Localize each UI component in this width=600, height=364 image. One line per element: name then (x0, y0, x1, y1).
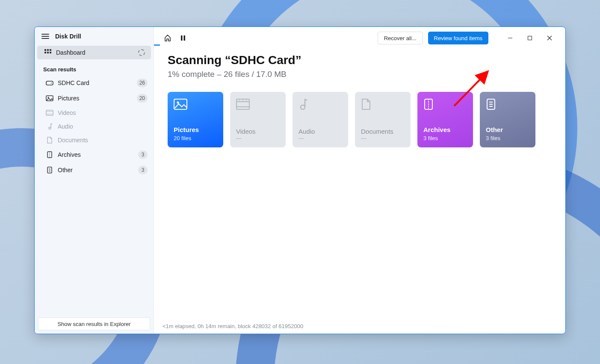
sidebar-item-audio[interactable]: Audio (35, 120, 154, 133)
card-count: — (236, 135, 280, 141)
svg-rect-10 (46, 110, 53, 115)
card-label: Other (486, 126, 529, 133)
card-label: Audio (299, 128, 342, 135)
card-label: Videos (236, 128, 280, 135)
card-archives[interactable]: Archives 3 files (417, 92, 473, 147)
count-badge: 26 (137, 79, 148, 87)
minimize-button[interactable] (500, 32, 520, 44)
sidebar-item-label: SDHC Card (58, 79, 137, 86)
svg-point-7 (51, 83, 52, 84)
scan-subtitle: 1% complete – 26 files / 17.0 MB (168, 70, 552, 79)
svg-rect-5 (50, 52, 51, 53)
status-bar: <1m elapsed, 0h 14m remain, block 428032… (154, 318, 565, 334)
pictures-icon (174, 98, 217, 111)
menu-icon[interactable] (41, 34, 49, 39)
sidebar-results-list: SDHC Card 26 Pictures 20 Videos (35, 75, 154, 178)
svg-rect-6 (46, 81, 53, 85)
sidebar-item-label: Other (58, 167, 138, 173)
card-pictures[interactable]: Pictures 20 files (168, 92, 223, 147)
dashboard-label: Dashboard (56, 49, 138, 56)
sidebar-item-label: Archives (58, 151, 138, 158)
show-in-explorer-button[interactable]: Show scan results in Explorer (38, 317, 150, 330)
svg-rect-26 (174, 99, 187, 109)
svg-rect-4 (47, 52, 49, 53)
sidebar-item-sdhc-card[interactable]: SDHC Card 26 (35, 75, 154, 91)
card-documents[interactable]: Documents — (355, 92, 411, 147)
svg-point-27 (177, 102, 179, 104)
sidebar-item-label: Videos (58, 109, 148, 116)
dashboard-icon (43, 49, 53, 56)
status-text: <1m elapsed, 0h 14m remain, block 428032… (163, 323, 303, 329)
svg-point-13 (49, 127, 51, 129)
scan-progress-indicator (154, 44, 160, 46)
window-controls (500, 32, 559, 44)
sidebar-header: Disk Drill (35, 27, 154, 44)
sidebar-item-other[interactable]: Other 3 (35, 162, 154, 178)
sidebar-item-label: Documents (58, 137, 148, 144)
card-count: 20 files (174, 135, 217, 141)
drive-icon (45, 80, 54, 86)
documents-icon (45, 137, 54, 144)
sidebar-item-dashboard[interactable]: Dashboard (37, 46, 151, 59)
card-count: 3 files (486, 135, 529, 141)
sidebar-item-label: Pictures (58, 95, 137, 102)
card-videos[interactable]: Videos — (230, 92, 286, 147)
videos-icon (45, 110, 54, 116)
sidebar-item-documents[interactable]: Documents (35, 133, 154, 147)
app-title: Disk Drill (55, 33, 81, 40)
archives-icon (45, 151, 54, 158)
sidebar: Disk Drill Dashboard Scan results SDHC C… (35, 27, 154, 334)
archives-icon (423, 98, 467, 111)
count-badge: 3 (138, 166, 148, 174)
card-label: Pictures (174, 126, 217, 133)
sidebar-item-pictures[interactable]: Pictures 20 (35, 91, 154, 106)
sidebar-item-label: Audio (58, 123, 148, 130)
card-other[interactable]: Other 3 files (480, 92, 535, 147)
sidebar-item-archives[interactable]: Archives 3 (35, 147, 154, 162)
svg-rect-21 (184, 35, 186, 41)
videos-icon (236, 98, 280, 111)
maximize-button[interactable] (520, 32, 540, 44)
close-button[interactable] (540, 32, 559, 44)
audio-icon (45, 123, 54, 130)
scan-title: Scanning “SDHC Card” (168, 53, 552, 67)
sidebar-section-title: Scan results (35, 61, 154, 75)
category-cards: Pictures 20 files Videos — Audio — (168, 92, 552, 147)
card-audio[interactable]: Audio — (293, 92, 348, 147)
count-badge: 3 (138, 150, 148, 159)
svg-rect-1 (47, 49, 49, 51)
svg-rect-0 (44, 49, 46, 51)
content: Scanning “SDHC Card” 1% complete – 26 fi… (154, 49, 565, 318)
pause-button[interactable] (178, 33, 188, 43)
loading-spinner-icon (138, 49, 145, 56)
card-count: — (361, 135, 405, 141)
svg-rect-23 (528, 36, 532, 40)
documents-icon (361, 98, 405, 111)
audio-icon (299, 98, 342, 111)
sidebar-item-videos[interactable]: Videos (35, 106, 154, 120)
review-found-items-button[interactable]: Review found items (428, 32, 488, 44)
card-label: Archives (423, 126, 467, 133)
svg-rect-20 (181, 35, 183, 41)
main-pane: Recover all... Review found items Scanni… (154, 27, 565, 334)
other-icon (486, 98, 529, 111)
card-label: Documents (361, 128, 405, 135)
sidebar-footer: Show scan results in Explorer (35, 314, 154, 334)
disk-drill-window: Disk Drill Dashboard Scan results SDHC C… (34, 26, 566, 334)
recover-all-button[interactable]: Recover all... (378, 32, 423, 44)
card-count: 3 files (423, 135, 467, 141)
svg-point-34 (301, 105, 305, 109)
pictures-icon (45, 95, 54, 101)
home-button[interactable] (163, 33, 173, 43)
other-icon (45, 167, 54, 173)
card-count: — (299, 135, 342, 141)
svg-rect-2 (50, 49, 51, 51)
toolbar: Recover all... Review found items (154, 27, 565, 49)
count-badge: 20 (137, 94, 148, 103)
svg-rect-3 (44, 52, 46, 53)
